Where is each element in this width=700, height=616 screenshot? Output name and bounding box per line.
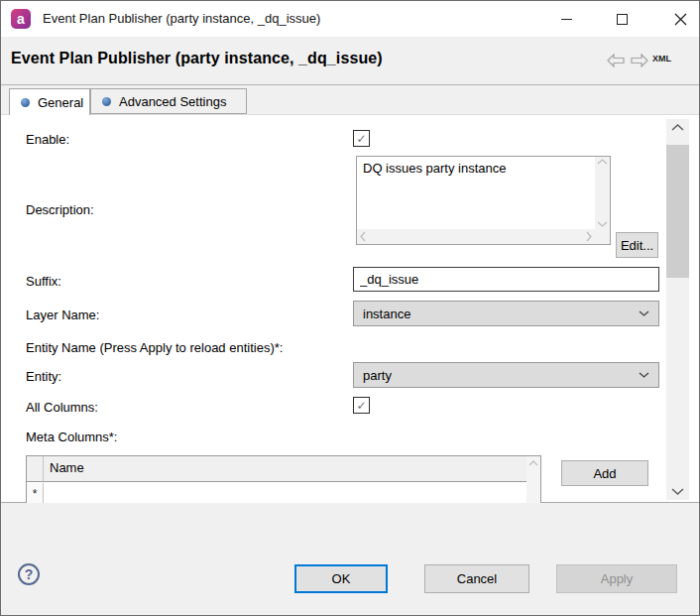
tab-general-label: General (38, 95, 83, 110)
new-row-marker: * (27, 483, 44, 504)
meta-columns-label: Meta Columns*: (26, 430, 117, 445)
back-button[interactable] (606, 52, 626, 69)
minimize-icon (561, 19, 572, 20)
forward-button[interactable] (630, 52, 649, 69)
tab-dot-icon (102, 97, 111, 106)
maximize-icon (617, 14, 628, 25)
layer-name-value: instance (363, 307, 410, 321)
table-header-row: Name (27, 456, 526, 482)
chevron-down-icon (639, 310, 649, 316)
description-horizontal-scrollbar[interactable] (357, 229, 595, 244)
meta-columns-table[interactable]: Name * (26, 455, 541, 504)
table-scrollbar[interactable] (526, 456, 540, 503)
description-label: Description: (26, 202, 94, 218)
help-button[interactable]: ? (18, 563, 40, 585)
tab-advanced-settings-label: Advanced Settings (119, 94, 226, 109)
help-icon: ? (25, 566, 34, 582)
table-row[interactable]: * (27, 483, 526, 504)
layer-name-label: Layer Name: (26, 308, 99, 323)
layer-name-select[interactable]: instance (353, 301, 659, 326)
scroll-right-icon (586, 231, 592, 242)
entity-value: party (363, 368, 392, 383)
suffix-input[interactable] (353, 267, 659, 292)
minimize-button[interactable] (547, 1, 585, 37)
scrollbar-down-button[interactable] (666, 483, 689, 500)
name-cell[interactable] (44, 483, 526, 504)
suffix-label: Suffix: (26, 274, 61, 290)
edit-description-button[interactable]: Edit... (616, 232, 658, 258)
row-selector-header-cell (27, 456, 44, 481)
chevron-down-icon (639, 372, 649, 378)
scroll-left-icon (360, 231, 366, 242)
dialog-footer: ? OK Cancel Apply (1, 503, 699, 616)
scrollbar-corner (595, 229, 610, 244)
page-title: Event Plan Publisher (party instance, _d… (11, 50, 383, 67)
checkmark-icon: ✓ (356, 400, 366, 412)
dialog-header: Event Plan Publisher (party instance, _d… (1, 37, 699, 85)
forward-arrow-icon (631, 54, 648, 67)
tab-bar: General Advanced Settings (1, 85, 699, 114)
scroll-down-icon (597, 221, 608, 227)
main-vertical-scrollbar[interactable] (666, 119, 689, 500)
description-text[interactable]: DQ issues party instance (357, 157, 595, 229)
tab-dot-icon (21, 98, 30, 107)
entity-label: Entity: (26, 369, 61, 385)
scroll-up-icon (528, 460, 538, 466)
description-textarea[interactable]: DQ issues party instance (356, 156, 611, 245)
apply-button[interactable]: Apply (556, 564, 677, 593)
name-column-header: Name (44, 456, 526, 481)
enable-checkbox[interactable]: ✓ (353, 130, 370, 147)
close-icon (674, 13, 687, 26)
chevron-down-icon (671, 488, 684, 495)
tab-general[interactable]: General (9, 88, 90, 115)
event-plan-publisher-dialog: a Event Plan Publisher (party instance, … (0, 0, 700, 616)
scroll-up-icon (597, 159, 608, 165)
cancel-button[interactable]: Cancel (424, 564, 529, 593)
entity-select[interactable]: party (353, 362, 659, 388)
back-arrow-icon (607, 54, 625, 67)
chevron-up-icon (671, 124, 684, 131)
title-bar: a Event Plan Publisher (party instance, … (1, 1, 699, 37)
all-columns-label: All Columns: (26, 400, 98, 416)
close-button[interactable] (661, 1, 699, 37)
scrollbar-up-button[interactable] (666, 119, 689, 136)
entity-name-note-label: Entity Name (Press Apply to reload entit… (26, 340, 283, 356)
scrollbar-thumb[interactable] (666, 145, 689, 278)
checkmark-icon: ✓ (356, 133, 366, 145)
maximize-button[interactable] (603, 1, 641, 37)
xml-view-button[interactable]: XML (652, 54, 671, 63)
window-title: Event Plan Publisher (party instance, _d… (43, 1, 320, 37)
ok-button[interactable]: OK (294, 564, 388, 593)
app-logo-icon: a (11, 9, 31, 29)
add-meta-column-button[interactable]: Add (561, 460, 648, 486)
general-tab-panel: Enable: ✓ Description: DQ issues party i… (1, 114, 699, 503)
all-columns-checkbox[interactable]: ✓ (353, 397, 370, 414)
enable-label: Enable: (26, 132, 69, 148)
tab-advanced-settings[interactable]: Advanced Settings (90, 88, 247, 114)
description-vertical-scrollbar[interactable] (595, 157, 610, 229)
